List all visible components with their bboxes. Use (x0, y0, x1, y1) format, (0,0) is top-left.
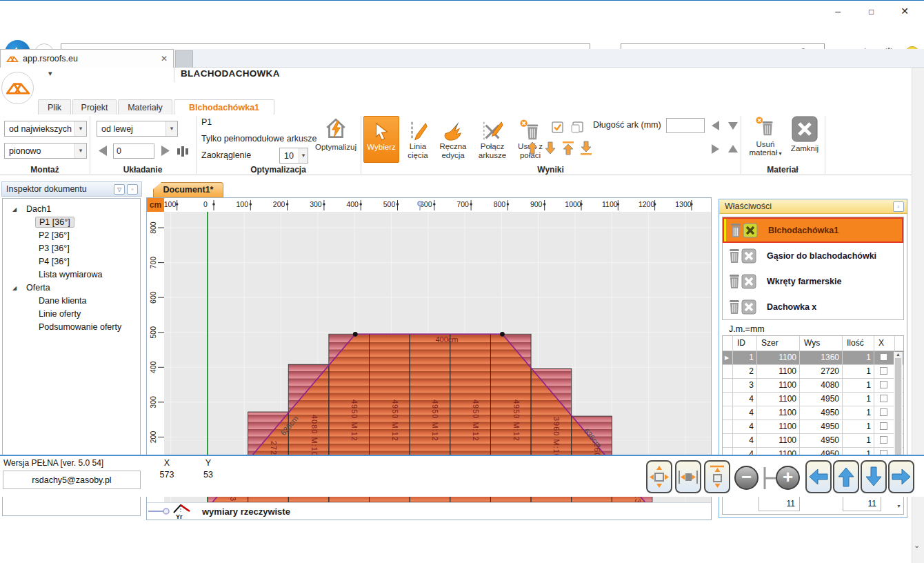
chevron-down-icon[interactable]: ▾ (165, 121, 177, 136)
offset-input[interactable]: 0 (113, 144, 154, 159)
maximize-button[interactable]: □ (856, 3, 887, 21)
tree-item[interactable]: Linie oferty (3, 308, 140, 321)
table-cell[interactable]: 1100 (757, 351, 800, 364)
nudge-right-up-icons[interactable] (710, 144, 739, 155)
ribbon-tab-3[interactable]: Materiały (118, 99, 172, 115)
column-header[interactable]: Ilość (843, 336, 874, 351)
remove-material-button[interactable]: Usuń materiał ▾ (746, 116, 785, 161)
tree-item[interactable]: P4 [36°] (3, 255, 140, 268)
table-cell[interactable]: 4 (733, 434, 757, 447)
material-icons[interactable] (728, 222, 759, 239)
table-cell-checkbox[interactable] (874, 379, 895, 392)
step-right-icon[interactable] (159, 144, 172, 157)
row-checkbox[interactable] (880, 381, 887, 388)
table-cell[interactable]: 1100 (757, 420, 800, 433)
column-header[interactable]: Wys (800, 336, 843, 351)
app-logo[interactable] (1, 72, 34, 104)
close-button[interactable]: ✕ (890, 2, 920, 20)
row-checkbox[interactable] (880, 422, 887, 430)
material-row[interactable]: Gąsior do blachodachówki (723, 243, 903, 268)
table-cell[interactable]: 4080 (800, 379, 843, 392)
material-name[interactable]: Blchodachówka1 (768, 226, 838, 235)
distribute-bars-icon[interactable] (177, 145, 189, 157)
tree-item-label[interactable]: P2 [36°] (39, 230, 70, 240)
tool-manual-edit[interactable]: Ręczna edycja (435, 116, 471, 163)
tab-close-icon[interactable]: ✕ (161, 54, 168, 63)
panel-collapse-button[interactable]: ▫ (127, 184, 138, 195)
table-cell[interactable]: 1100 (757, 406, 800, 419)
tree-item-label[interactable]: P1 [36°] (35, 217, 74, 228)
material-name[interactable]: Wkręty farmerskie (767, 277, 841, 286)
orientation-dropdown[interactable]: pionowo ▾ (4, 143, 87, 159)
tree-item-label[interactable]: Lista wymiarowa (39, 270, 102, 279)
sort-order-dropdown[interactable]: od najwiekszych ▾ (4, 121, 87, 137)
table-cell[interactable]: 4950 (800, 406, 843, 419)
table-cell[interactable]: 4950 (800, 393, 843, 406)
material-name[interactable]: Dachowka x (767, 302, 816, 312)
scroll-up-icon[interactable]: ▲ (894, 352, 903, 357)
tool-select[interactable]: Wybierz (363, 116, 399, 163)
table-cell[interactable]: 1 (843, 434, 874, 447)
rounding-dropdown[interactable]: 10 ▾ (279, 148, 308, 164)
material-name[interactable]: Gąsior do blachodachówki (767, 251, 876, 261)
table-row[interactable]: 4110049501 (723, 406, 903, 420)
tree-item[interactable]: ◢Dach1 (3, 203, 140, 216)
scroll-thumb[interactable] (895, 358, 901, 462)
tree-item-label[interactable]: Dane klienta (39, 296, 87, 306)
scroll-down-icon[interactable]: ▼ (896, 504, 901, 508)
tree-item[interactable]: ◢Oferta (3, 282, 140, 295)
tree-item[interactable]: P3 [36°] (3, 242, 140, 255)
table-cell[interactable]: 4950 (800, 420, 843, 433)
tree-item[interactable]: Podsumowanie oferty (3, 321, 140, 334)
table-row[interactable]: 4110049501 (723, 434, 903, 448)
table-cell[interactable]: 4950 (800, 434, 843, 447)
zoom-out-button[interactable]: − (734, 466, 759, 490)
document-tab[interactable]: Document1* (153, 182, 223, 197)
row-checkbox[interactable] (880, 436, 887, 444)
fit-height-button[interactable] (704, 460, 730, 493)
fit-all-button[interactable] (646, 460, 672, 493)
browser-tab[interactable]: app.rsroofs.eu ✕ (0, 49, 174, 68)
chevron-down-icon[interactable]: ▾ (74, 121, 86, 136)
table-row[interactable]: ▶1110013601 (723, 351, 903, 365)
close-material-button[interactable]: Zamknij (789, 116, 821, 161)
mini-slider[interactable] (148, 506, 172, 517)
tree-item-label[interactable]: Podsumowanie oferty (39, 322, 121, 332)
minimize-button[interactable]: – (823, 2, 853, 20)
table-cell-checkbox[interactable] (874, 420, 895, 433)
tree-item-label[interactable]: Oferta (26, 283, 50, 293)
table-cell[interactable]: 1360 (800, 351, 843, 364)
chevron-down-icon[interactable]: ▾ (74, 144, 86, 158)
direction-dropdown[interactable]: od lewej ▾ (97, 121, 178, 137)
column-header[interactable]: ID (733, 336, 757, 351)
row-checkbox[interactable] (880, 408, 887, 416)
sheet-length-input[interactable] (666, 118, 705, 133)
tree-item-label[interactable]: P4 [36°] (39, 257, 70, 266)
table-cell[interactable]: 1 (843, 365, 874, 378)
new-tab-stub[interactable] (175, 50, 193, 68)
ruler-unit-box[interactable]: cm (147, 198, 164, 212)
material-row[interactable]: Dachowka x (723, 294, 903, 319)
tool-cut-line[interactable]: Linia cięcia (402, 116, 434, 163)
pan-down-button[interactable] (861, 460, 887, 493)
tree-item[interactable]: P2 [36°] (3, 229, 140, 242)
table-cell[interactable]: 4 (733, 420, 757, 433)
table-cell[interactable]: 1100 (757, 379, 800, 392)
table-row[interactable]: 2110027201 (723, 365, 903, 379)
row-checkbox[interactable] (880, 395, 887, 402)
ribbon-tab-2[interactable]: Projekt (72, 99, 117, 115)
column-header[interactable]: X (874, 336, 895, 351)
panel-collapse-button[interactable]: ▫ (893, 201, 904, 212)
table-cell-checkbox[interactable] (874, 434, 895, 447)
move-sheet-arrows[interactable] (525, 141, 594, 156)
table-row[interactable]: 3110040801 (723, 379, 903, 393)
tree-item-label[interactable]: Dach1 (26, 204, 51, 214)
table-cell[interactable]: 1 (843, 379, 874, 392)
table-cell[interactable]: 1 (843, 393, 874, 406)
zoom-slider[interactable] (761, 466, 776, 491)
ribbon-tab-1[interactable]: Plik (38, 99, 71, 115)
material-row[interactable]: Wkręty farmerskie (723, 268, 903, 294)
ribbon-tab-4[interactable]: Blchodachówka1 (174, 99, 274, 115)
table-row[interactable]: 4110049501 (723, 393, 903, 406)
table-cell[interactable]: 4 (733, 406, 757, 419)
